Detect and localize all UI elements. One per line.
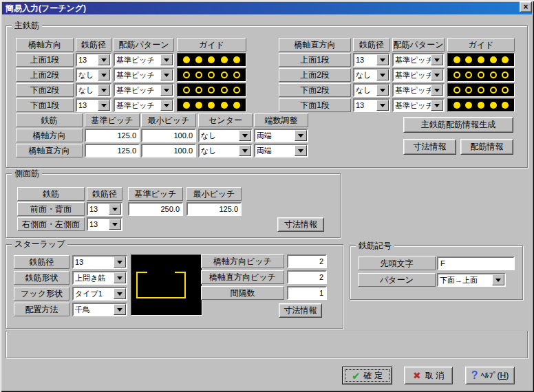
edge-adjust-select[interactable]: 両端 — [254, 144, 308, 157]
guide-dot — [478, 87, 484, 94]
pattern-select[interactable]: 基準ピッチ — [114, 98, 174, 112]
col-header-guide: ガイド — [177, 38, 246, 52]
guide-dot — [183, 87, 190, 94]
chevron-down-icon[interactable] — [295, 130, 307, 141]
stirrup-dimension-info-button[interactable]: 寸法情報 — [279, 303, 322, 318]
chevron-down-icon[interactable] — [109, 204, 121, 215]
pattern-select[interactable]: 基準ピッチ — [114, 68, 174, 82]
chevron-down-icon[interactable] — [431, 85, 443, 96]
title-bar[interactable]: 簡易入力(フーチング) — [2, 2, 532, 14]
guide-dot — [453, 72, 460, 78]
chevron-down-icon[interactable] — [98, 69, 110, 80]
chevron-down-icon[interactable] — [114, 272, 126, 283]
chevron-down-icon[interactable] — [431, 69, 443, 80]
close-button[interactable]: × — [520, 1, 532, 12]
interval-count-input[interactable]: 1 — [287, 286, 327, 300]
col-header-direction: 橋軸直方向 — [279, 38, 351, 52]
chevron-down-icon[interactable] — [160, 54, 173, 65]
center-select[interactable]: なし — [198, 144, 253, 157]
pattern-select[interactable]: 基準ピッチ — [392, 53, 445, 67]
stirrup-shape-select[interactable]: 上開き筋 — [72, 271, 127, 285]
dia-select[interactable]: 13 — [353, 98, 390, 112]
dia-select[interactable]: 13 — [76, 98, 111, 112]
dia-value: 13 — [354, 54, 376, 65]
chevron-down-icon[interactable] — [114, 304, 126, 315]
pitch-header-adjust: 端数調整 — [254, 113, 308, 127]
guide-dot — [478, 72, 484, 78]
dia-select[interactable]: なし — [76, 68, 111, 82]
prefix-input[interactable]: F — [437, 257, 515, 270]
pitch-header-rebar: 鉄筋 — [16, 113, 83, 127]
side-dia-select[interactable]: 13 — [87, 202, 122, 216]
chevron-down-icon[interactable] — [376, 100, 389, 111]
side-header-dia: 鉄筋径 — [87, 187, 122, 201]
pattern-select[interactable]: 基準ピッチ — [114, 83, 174, 97]
chevron-down-icon[interactable] — [295, 145, 307, 156]
side-dimension-info-button[interactable]: 寸法情報 — [277, 217, 324, 232]
dia-select[interactable]: なし — [353, 83, 390, 97]
guide-dot — [208, 56, 215, 63]
symbol-pattern-select[interactable]: 下面→上面 — [437, 273, 506, 287]
chevron-down-icon[interactable] — [160, 100, 173, 111]
guide-display — [447, 98, 515, 112]
chevron-down-icon[interactable] — [160, 69, 173, 80]
side-min-pitch-input[interactable]: 125.0 — [186, 202, 242, 216]
chevron-down-icon[interactable] — [98, 54, 110, 65]
guide-dot — [183, 102, 190, 109]
rebar-symbol-group-label: 鉄筋記号 — [356, 241, 394, 251]
base-pitch-input[interactable]: 125.0 — [85, 129, 140, 142]
pattern-select[interactable]: 基準ピッチ — [114, 53, 174, 67]
chevron-down-icon[interactable] — [376, 54, 389, 65]
row-label: 上面2段 — [16, 68, 74, 82]
help-button[interactable]: ? ﾍﾙﾌﾟ(H) — [465, 367, 515, 384]
hook-shape-select[interactable]: タイプ1 — [72, 287, 127, 301]
center-select[interactable]: なし — [198, 129, 253, 142]
stirrup-pitch-label: 橋軸方向ピッチ — [201, 254, 284, 268]
chevron-down-icon[interactable] — [109, 219, 121, 230]
generate-main-rebar-button[interactable]: 主鉄筋配筋情報生成 — [403, 117, 513, 133]
side-dia-select[interactable]: 13 — [87, 217, 122, 231]
dia-select[interactable]: なし — [76, 83, 111, 97]
guide-dot — [233, 102, 240, 109]
arrangement-info-button[interactable]: 配筋情報 — [460, 139, 513, 155]
pattern-select[interactable]: 基準ピッチ — [392, 83, 445, 97]
confirm-button[interactable]: ✔ 確 定 — [342, 367, 392, 384]
base-pitch-input[interactable]: 125.0 — [85, 144, 140, 157]
guide-dot — [233, 72, 240, 78]
min-pitch-input[interactable]: 100.0 — [141, 129, 196, 142]
chevron-down-icon[interactable] — [239, 130, 251, 141]
cancel-button[interactable]: ✖ 取 消 — [404, 367, 453, 384]
dia-select[interactable]: なし — [353, 68, 390, 82]
chevron-down-icon[interactable] — [160, 85, 173, 96]
pattern-value: 基準ピッチ — [115, 69, 160, 80]
placement-select[interactable]: 千鳥 — [72, 303, 127, 316]
pitch-header-center: センター — [198, 113, 253, 127]
guide-dot — [453, 56, 460, 63]
row-label: 下面1段 — [16, 98, 74, 112]
chevron-down-icon[interactable] — [492, 274, 504, 285]
side-base-pitch-input[interactable]: 250.0 — [128, 202, 183, 216]
chevron-down-icon[interactable] — [376, 85, 389, 96]
dimension-info-button[interactable]: 寸法情報 — [403, 139, 456, 155]
dia-select[interactable]: 13 — [76, 53, 111, 67]
pattern-value: 基準ピッチ — [394, 85, 431, 96]
pattern-select[interactable]: 基準ピッチ — [392, 68, 445, 82]
chevron-down-icon[interactable] — [431, 100, 443, 111]
min-pitch-input[interactable]: 100.0 — [141, 144, 196, 157]
pattern-select[interactable]: 基準ピッチ — [392, 98, 445, 112]
chevron-down-icon[interactable] — [114, 288, 126, 299]
stirrup-dia-select[interactable]: 13 — [72, 255, 127, 269]
close-icon: × — [523, 3, 528, 11]
chevron-down-icon[interactable] — [114, 257, 126, 268]
chevron-down-icon[interactable] — [431, 54, 443, 65]
chevron-down-icon[interactable] — [98, 100, 110, 111]
chevron-down-icon[interactable] — [376, 69, 389, 80]
chevron-down-icon[interactable] — [239, 145, 251, 156]
prefix-label: 先頭文字 — [358, 257, 436, 270]
cross-axis-pitch-input[interactable]: 2 — [287, 270, 327, 284]
guide-dot — [195, 72, 202, 78]
dia-select[interactable]: 13 — [353, 53, 390, 67]
edge-adjust-select[interactable]: 両端 — [254, 129, 308, 142]
chevron-down-icon[interactable] — [98, 85, 110, 96]
axis-pitch-input[interactable]: 2 — [287, 254, 327, 268]
